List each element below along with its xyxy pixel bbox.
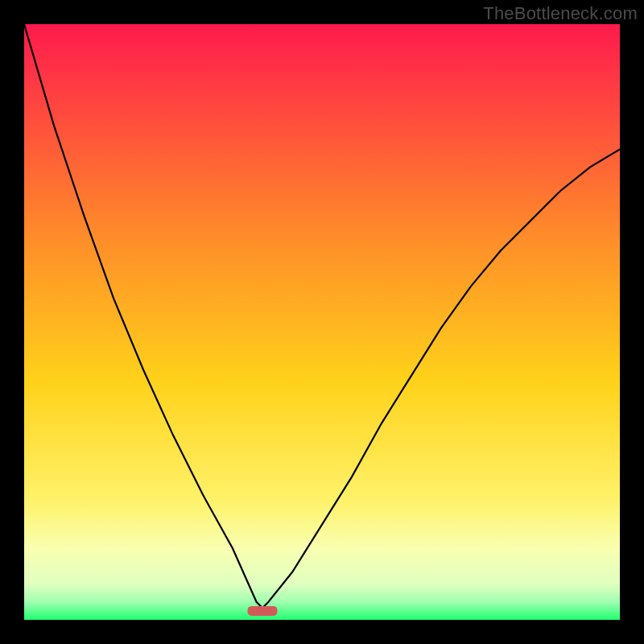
- chart-svg: [24, 24, 620, 620]
- gradient-background: [24, 24, 620, 620]
- watermark-text: TheBottleneck.com: [483, 3, 638, 24]
- plot-area: [24, 24, 620, 620]
- optimal-marker: [248, 606, 278, 616]
- chart-frame: TheBottleneck.com: [0, 0, 644, 644]
